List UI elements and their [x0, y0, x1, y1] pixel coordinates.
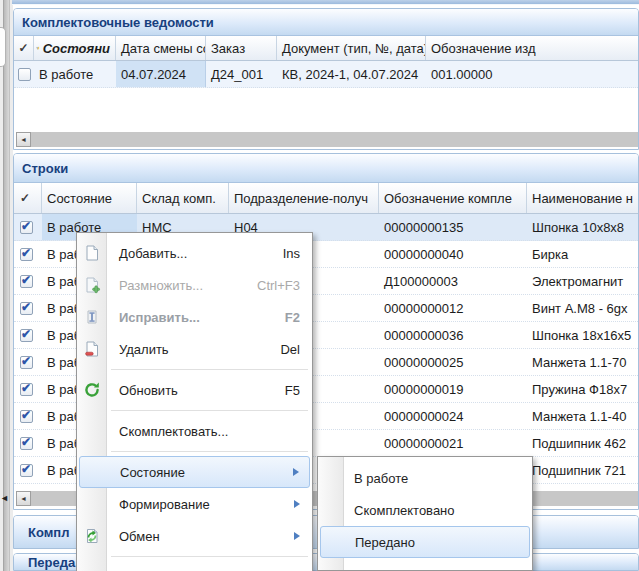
cell-designation[interactable]: 00000000040 [379, 241, 527, 267]
column-header-check[interactable]: ✓ [14, 36, 34, 60]
column-header-label: Подразделение-получ [234, 191, 368, 206]
row-checkbox[interactable] [18, 68, 31, 81]
menu-item-delete[interactable]: Удалить Del [77, 333, 312, 365]
menu-item-shortcut: Ctrl+F3 [257, 278, 300, 293]
submenu-item-assembled[interactable]: Скомплектовано [318, 494, 532, 526]
splitter-collapse-icon[interactable]: ◄ [0, 491, 9, 505]
submenu-item-in-work[interactable]: В работе [318, 462, 532, 494]
column-header-state[interactable]: Состояни [34, 36, 116, 60]
column-header-department[interactable]: Подразделение-получ [229, 183, 379, 213]
row-checkbox-cell [14, 430, 42, 456]
cell-text: Подшипник 721 [532, 463, 626, 478]
cell-name[interactable]: Подшипник 462 [527, 430, 638, 456]
row-checkbox[interactable] [20, 464, 33, 477]
cell-designation[interactable]: 00000000036 [379, 322, 527, 348]
menu-item-state[interactable]: Состояние [79, 456, 310, 488]
cell-order[interactable]: Д24_001 [206, 61, 277, 87]
menu-item-add[interactable]: Добавить... Ins [77, 237, 312, 269]
row-checkbox-cell [14, 295, 42, 321]
panel-title-text: Комплектовочные ведомости [22, 15, 214, 30]
cell-state[interactable]: В работе [34, 61, 116, 87]
cell-text: 00000000019 [384, 382, 464, 397]
cell-name[interactable]: Подшипник 721 [527, 457, 638, 483]
cell-name[interactable]: Электромагнит [527, 268, 638, 294]
menu-item-label: Удалить [119, 342, 169, 357]
filter-lightning-icon [36, 41, 40, 56]
scroll-left-button[interactable]: ◄ [16, 491, 31, 506]
row-checkbox[interactable] [20, 329, 33, 342]
cell-designation[interactable]: 00000000021 [379, 430, 527, 456]
window-top-edge [12, 0, 639, 5]
cell-designation[interactable]: 00000000135 [379, 214, 527, 240]
row-checkbox[interactable] [20, 437, 33, 450]
cell-text: КВ, 2024-1, 04.07.2024 [282, 67, 418, 82]
column-header-order[interactable]: Заказ [206, 36, 277, 60]
menu-item-refresh[interactable]: Обновить F5 [77, 374, 312, 406]
state-submenu: В работе Скомплектовано Передано [317, 456, 533, 571]
panel-picking-lists: Комплектовочные ведомости ✓ Состояни Дат… [13, 8, 639, 150]
cell-designation[interactable]: 00000000012 [379, 295, 527, 321]
menu-item-exchange[interactable]: Обмен [77, 520, 312, 552]
column-header-label: Состояни [43, 41, 110, 56]
column-header-designation[interactable]: Обозначение компле [379, 183, 527, 213]
menu-item-formation[interactable]: Формирование [77, 488, 312, 520]
row-checkbox[interactable] [20, 383, 33, 396]
column-header-label: Дата смены сос [121, 41, 206, 56]
menu-item-assemble[interactable]: Скомплектовать... [77, 415, 312, 447]
check-icon: ✓ [18, 41, 28, 55]
cell-document[interactable]: КВ, 2024-1, 04.07.2024 [277, 61, 426, 87]
row-checkbox[interactable] [20, 356, 33, 369]
column-header-designation[interactable]: Обозначение изд [426, 36, 638, 60]
cell-designation[interactable]: 00000000019 [379, 376, 527, 402]
submenu-item-transferred[interactable]: Передано [320, 526, 530, 558]
row-checkbox[interactable] [20, 248, 33, 261]
submenu-arrow-icon [294, 532, 300, 540]
cell-designation[interactable]: 001.00000 [426, 61, 638, 87]
cell-name[interactable]: Шпонка 10x8x8 [527, 214, 638, 240]
splitter-grip[interactable] [0, 27, 6, 67]
cell-name[interactable]: Пружина Ф18x7 [527, 376, 638, 402]
column-header-label: Документ (тип, №, дата) [282, 41, 426, 56]
context-menu: Добавить... Ins Размножить... Ctrl+F3 Ис… [76, 232, 313, 571]
cell-name[interactable]: Шпонка 18x16x5 [527, 322, 638, 348]
row-checkbox[interactable] [20, 221, 33, 234]
vertical-splitter[interactable]: ◄ [0, 0, 13, 571]
panel-title-text: Строки [22, 161, 68, 176]
cell-designation[interactable]: 00000000025 [379, 349, 527, 375]
menu-item-label: Исправить... [119, 310, 200, 325]
menu-item-shortcut: F2 [285, 310, 300, 325]
cell-name[interactable]: Манжета 1.1-70 [527, 349, 638, 375]
doc-edit-icon [83, 308, 101, 326]
menu-item-label: Скомплектовано [354, 503, 455, 518]
row-checkbox[interactable] [20, 410, 33, 423]
cell-date-focused[interactable]: 04.07.2024 [116, 61, 206, 87]
cell-designation[interactable]: Д100000003 [379, 268, 527, 294]
cell-name[interactable]: Винт А.М8 - 6gx [527, 295, 638, 321]
splitter-bar[interactable] [3, 0, 10, 571]
panel-title-text: Компл [28, 525, 69, 540]
menu-item-duplicate: Размножить... Ctrl+F3 [77, 269, 312, 301]
column-header-label: Обозначение компле [384, 191, 512, 206]
column-header-date[interactable]: Дата смены сос [116, 36, 206, 60]
menu-item-shortcut: Ins [283, 246, 300, 261]
cell-designation[interactable]: 00000000024 [379, 403, 527, 429]
panel-title-text: Переда [28, 555, 75, 570]
row-checkbox[interactable] [20, 275, 33, 288]
column-header-name[interactable]: Наименование н [527, 183, 638, 213]
refresh-icon [83, 381, 101, 399]
column-header-document[interactable]: Документ (тип, №, дата) [277, 36, 426, 60]
menu-item-edit: Исправить... F2 [77, 301, 312, 333]
cell-name[interactable]: Бирка [527, 241, 638, 267]
column-header-warehouse[interactable]: Склад комп. [137, 183, 229, 213]
horizontal-scrollbar[interactable]: ◄ [16, 132, 638, 147]
column-header-state[interactable]: Состояние [42, 183, 137, 213]
row-checkbox-cell [14, 457, 42, 483]
table-row[interactable]: В работе 04.07.2024 Д24_001 КВ, 2024-1, … [14, 61, 638, 88]
cell-name[interactable]: Манжета 1.1-40 [527, 403, 638, 429]
menu-item-label: Обновить [119, 383, 178, 398]
scroll-left-button[interactable]: ◄ [16, 132, 31, 147]
row-checkbox[interactable] [20, 302, 33, 315]
column-header-check[interactable]: ✓ [14, 183, 42, 213]
picking-lists-header-row: ✓ Состояни Дата смены сос Заказ Документ… [14, 36, 638, 61]
row-checkbox-cell [14, 349, 42, 375]
